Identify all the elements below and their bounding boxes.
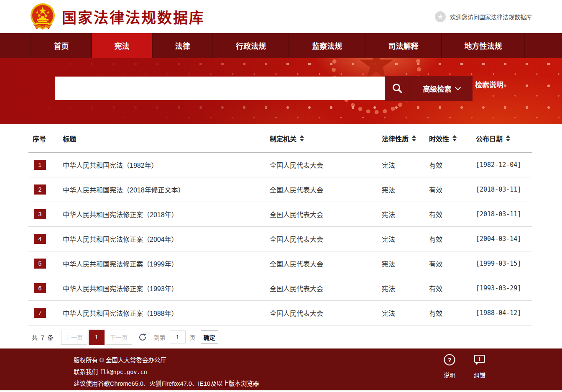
correction-label: 纠错 [474, 369, 485, 381]
prev-page-button[interactable]: 上一页 [61, 330, 87, 345]
row-number-badge: 5 [34, 259, 46, 269]
issuing-organ: 全国人民代表大会 [270, 308, 382, 318]
table-row: 6 中华人民共和国宪法修正案（1993年） 全国人民代表大会 宪法 有效 [19… [28, 276, 532, 301]
nav-tab-3[interactable]: 行政法规 [212, 33, 289, 58]
confirm-button[interactable]: 确定 [201, 331, 218, 343]
goto-page-input[interactable] [170, 331, 186, 343]
nav-tab-1[interactable]: 宪法 [91, 33, 152, 58]
sort-icon[interactable] [506, 135, 510, 141]
validity-status: 有效 [429, 184, 476, 195]
law-title-link[interactable]: 中华人民共和国宪法修正案（1993年） [63, 283, 270, 293]
publish-date: [2018-03-11] [476, 186, 532, 193]
col-header-status: 时效性 [429, 133, 476, 143]
publish-date: [1999-03-15] [476, 260, 532, 267]
magnifier-icon [391, 82, 403, 94]
help-label: 说明 [444, 369, 455, 381]
feedback-bubble-icon: ! [473, 354, 486, 366]
question-circle-icon: ? [443, 354, 456, 366]
welcome-text: 欢迎您访问国家法律法规数据库 [450, 13, 532, 21]
sort-icon[interactable] [412, 135, 416, 141]
nav-spacer [0, 33, 31, 58]
site-footer: 版权所有 © 全国人大常委会办公厅 联系我们 flk@npc.gov.cn 建议… [0, 348, 562, 390]
row-number-badge: 4 [34, 234, 46, 244]
svg-text:!: ! [479, 356, 481, 362]
table-row: 3 中华人民共和国宪法修正案（2018年） 全国人民代表大会 宪法 有效 [20… [28, 202, 532, 227]
total-count: 共 7 条 [32, 333, 54, 341]
help-button[interactable]: ? 说明 [443, 354, 456, 381]
validity-status: 有效 [429, 209, 476, 219]
browser-tip-line: 建议使用谷歌Chrome65.0、火狐Firefox47.0、IE10及以上版本… [74, 378, 562, 389]
issuing-organ: 全国人民代表大会 [270, 160, 382, 170]
table-row: 5 中华人民共和国宪法修正案（1999年） 全国人民代表大会 宪法 有效 [19… [28, 251, 532, 276]
nav-tab-0[interactable]: 首页 [31, 33, 91, 58]
star-icon: ★ [435, 11, 446, 22]
sort-icon[interactable] [452, 135, 457, 141]
search-banner: 高级检索 检索说明 [0, 58, 562, 124]
next-page-button[interactable]: 下一页 [106, 330, 132, 345]
sort-icon[interactable] [300, 135, 304, 141]
nav-tab-6[interactable]: 地方性法规 [441, 33, 525, 58]
search-controls: 高级检索 [385, 76, 473, 101]
law-nature: 宪法 [382, 160, 429, 170]
refresh-icon[interactable] [138, 333, 147, 342]
contact-email[interactable]: flk@npc.gov.cn [100, 369, 147, 375]
nav-tab-2[interactable]: 法律 [152, 33, 212, 58]
copyright-line: 版权所有 © 全国人大常委会办公厅 [74, 354, 562, 366]
issuing-organ: 全国人民代表大会 [270, 234, 382, 244]
col-header-num: 序号 [33, 133, 63, 143]
publish-date: [1993-03-29] [476, 284, 532, 292]
goto-suffix: 页 [190, 333, 196, 341]
pagination: 共 7 条 上一页 1 下一页 到第 页 确定 [0, 325, 562, 348]
main-nav: 首页宪法法律行政法规监察法规司法解释地方性法规 [0, 33, 562, 58]
table-row: 4 中华人民共和国宪法修正案（2004年） 全国人民代表大会 宪法 有效 [20… [28, 227, 532, 251]
search-help-link[interactable]: 检索说明 [475, 79, 503, 90]
col-header-title: 标题 [63, 133, 270, 143]
validity-status: 有效 [429, 283, 476, 293]
law-title-link[interactable]: 中华人民共和国宪法修正案（2018年） [63, 209, 270, 219]
law-title-link[interactable]: 中华人民共和国宪法（1982年） [63, 160, 270, 170]
bottom-strip [0, 390, 562, 392]
row-number-badge: 3 [34, 209, 46, 219]
row-number-badge: 2 [34, 184, 46, 195]
publish-date: [2004-03-14] [476, 235, 532, 243]
welcome-area: ★ 欢迎您访问国家法律法规数据库 [435, 11, 532, 22]
law-title-link[interactable]: 中华人民共和国宪法修正案（1988年） [63, 308, 270, 318]
issuing-organ: 全国人民代表大会 [270, 259, 382, 269]
nav-tab-5[interactable]: 司法解释 [365, 33, 441, 58]
validity-status: 有效 [429, 308, 476, 318]
law-nature: 宪法 [382, 184, 429, 195]
contact-label: 联系我们 [74, 369, 98, 375]
law-title-link[interactable]: 中华人民共和国宪法修正案（1999年） [63, 259, 270, 269]
table-row: 2 中华人民共和国宪法（2018年修正文本） 全国人民代表大会 宪法 有效 [2… [28, 177, 532, 202]
issuing-organ: 全国人民代表大会 [270, 283, 382, 293]
advanced-search-label: 高级检索 [423, 83, 452, 94]
nav-filler [525, 33, 562, 58]
search-input[interactable] [55, 77, 385, 100]
current-page-button[interactable]: 1 [89, 330, 105, 345]
national-emblem-logo [30, 3, 55, 30]
publish-date: [1982-12-04] [476, 161, 532, 169]
validity-status: 有效 [429, 234, 476, 244]
law-title-link[interactable]: 中华人民共和国宪法修正案（2004年） [63, 234, 270, 244]
svg-text:?: ? [447, 356, 451, 364]
law-list: 序号 标题 制定机关 法律性质 时效性 公布日期 1 中华人民共和国宪法（198… [0, 124, 562, 325]
table-header-row: 序号 标题 制定机关 法律性质 时效性 公布日期 [28, 124, 532, 153]
col-header-date: 公布日期 [476, 133, 532, 143]
issuing-organ: 全国人民代表大会 [270, 184, 382, 195]
col-header-nature: 法律性质 [382, 133, 429, 143]
law-title-link[interactable]: 中华人民共和国宪法（2018年修正文本） [63, 184, 270, 195]
nav-tab-4[interactable]: 监察法规 [289, 33, 365, 58]
table-row: 1 中华人民共和国宪法（1982年） 全国人民代表大会 宪法 有效 [1982-… [28, 153, 532, 177]
law-nature: 宪法 [382, 234, 429, 244]
table-row: 7 中华人民共和国宪法修正案（1988年） 全国人民代表大会 宪法 有效 [19… [28, 301, 532, 325]
law-nature: 宪法 [382, 283, 429, 293]
site-header: 国家法律法规数据库 ★ 欢迎您访问国家法律法规数据库 [0, 0, 562, 33]
chevron-down-icon [455, 84, 460, 90]
law-nature: 宪法 [382, 209, 429, 219]
issuing-organ: 全国人民代表大会 [270, 209, 382, 219]
error-report-button[interactable]: ! 纠错 [473, 354, 486, 381]
search-button[interactable] [385, 76, 410, 101]
goto-prefix: 到第 [154, 333, 166, 341]
advanced-search-button[interactable]: 高级检索 [410, 76, 473, 101]
publish-date: [1988-04-12] [476, 309, 532, 317]
